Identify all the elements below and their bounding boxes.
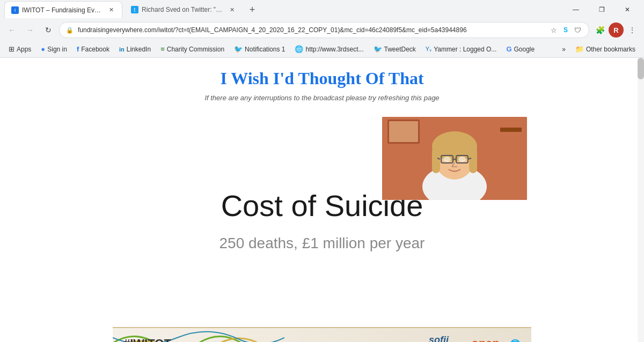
bookmark-google-label: Google xyxy=(514,46,535,53)
page-content: I Wish I'd Thought Of That If there are … xyxy=(0,58,644,342)
signin-icon: ● xyxy=(41,45,45,53)
tab-favicon-iwitot: I xyxy=(11,6,19,14)
bookmark-signin-label: Sign in xyxy=(47,46,67,53)
slide-sub-text: 250 deaths, £1 million per year xyxy=(219,235,425,252)
address-text: fundraisingeverywhere.com/iwitot/?ct=t(E… xyxy=(78,26,545,34)
presentation-container: Cost of Suicide 250 deaths, £1 million p… xyxy=(113,113,531,342)
menu-icon[interactable]: ⋮ xyxy=(625,23,640,38)
bookmark-yammer[interactable]: Yᵧ Yammer : Logged O... xyxy=(421,43,501,55)
forward-button[interactable]: → xyxy=(23,23,38,38)
bookmark-signin[interactable]: ● Sign in xyxy=(36,43,71,55)
tab-iwitot[interactable]: I IWITOT – Fundraising Everyw... ✕ xyxy=(4,1,122,18)
address-box[interactable]: 🔒 fundraisingeverywhere.com/iwitot/?ct=t… xyxy=(59,22,589,38)
bookmark-facebook[interactable]: f Facebook xyxy=(72,43,114,55)
slide-banner-wrapper: #IWITOT sofii showcase of fundraising in… xyxy=(113,327,531,342)
skype-icon[interactable]: S xyxy=(561,25,570,35)
bookmark-other[interactable]: 📁 Other bookmarks xyxy=(571,43,640,55)
minimize-button[interactable]: — xyxy=(564,1,588,18)
apps-icon: ⊞ xyxy=(9,45,14,53)
title-bar: I IWITOT – Fundraising Everyw... ✕ t Ric… xyxy=(0,0,644,19)
thirdsector-icon: 🌐 xyxy=(295,45,303,53)
bookmark-google[interactable]: G Google xyxy=(502,43,539,55)
slide-area: Cost of Suicide 250 deaths, £1 million p… xyxy=(113,113,531,327)
tab-close-twitter[interactable]: ✕ xyxy=(228,5,236,14)
svg-rect-7 xyxy=(432,146,440,173)
svg-rect-2 xyxy=(389,121,418,142)
new-tab-button[interactable]: + xyxy=(245,2,260,17)
bookmark-facebook-label: Facebook xyxy=(81,46,109,53)
bookmark-yammer-label: Yammer : Logged O... xyxy=(434,46,496,53)
maximize-button[interactable]: ❐ xyxy=(589,1,614,18)
close-button[interactable]: ✕ xyxy=(615,1,640,18)
yammer-icon: Yᵧ xyxy=(426,46,431,53)
sofii-logo-text: sofii xyxy=(429,334,449,343)
globe-icon: 🌐 xyxy=(510,339,521,343)
folder-icon: 📁 xyxy=(575,45,584,53)
page-title: I Wish I'd Thought Of That xyxy=(220,69,423,88)
bookmark-notifications[interactable]: 🐦 Notifications 1 xyxy=(230,43,289,55)
bookmark-linkedin-label: LinkedIn xyxy=(127,46,151,53)
scrollbar-thumb[interactable] xyxy=(638,58,644,79)
bookmark-tweetdeck[interactable]: 🐦 TweetDeck xyxy=(369,43,420,55)
google-icon: G xyxy=(506,45,511,53)
video-overlay xyxy=(382,117,527,200)
lock-icon: 🔒 xyxy=(66,27,74,34)
bookmark-tweetdeck-label: TweetDeck xyxy=(384,46,416,53)
bookmark-notifications-label: Notifications 1 xyxy=(245,46,285,53)
svg-point-14 xyxy=(443,157,451,162)
facebook-icon: f xyxy=(77,45,79,53)
extension-icon[interactable]: 🧩 xyxy=(592,23,608,38)
profile-icon[interactable]: R xyxy=(609,23,624,38)
page-subtitle: If there are any interruptions to the br… xyxy=(204,94,439,102)
tab-title-iwitot: IWITOT – Fundraising Everyw... xyxy=(22,6,104,14)
twitter-notifications-icon: 🐦 xyxy=(234,45,243,53)
bookmark-charity[interactable]: ≡ Charity Commission xyxy=(156,43,229,55)
star-icon[interactable]: ☆ xyxy=(549,25,559,35)
video-svg xyxy=(382,117,527,200)
page-inner: I Wish I'd Thought Of That If there are … xyxy=(0,58,644,342)
banner-hashtag: #IWITOT xyxy=(123,337,171,342)
bookmark-charity-label: Charity Commission xyxy=(167,46,224,53)
tab-favicon-twitter: t xyxy=(131,6,138,13)
charity-icon: ≡ xyxy=(160,45,165,53)
shield-icon[interactable]: 🛡 xyxy=(573,25,582,35)
bookmark-linkedin[interactable]: in LinkedIn xyxy=(115,43,155,55)
slide-banner: #IWITOT sofii showcase of fundraising in… xyxy=(113,327,531,342)
svg-rect-3 xyxy=(500,128,522,132)
bookmark-thirdsector[interactable]: 🌐 http://www.3rdsect... xyxy=(290,43,368,55)
svg-rect-8 xyxy=(469,146,477,173)
sofii-logo: sofii showcase of fundraising innovation… xyxy=(417,334,460,343)
bookmark-apps-label: Apps xyxy=(17,46,31,53)
tab-close-iwitot[interactable]: ✕ xyxy=(107,6,115,14)
address-icons: ☆ S 🛡 xyxy=(549,25,582,35)
tab-title-twitter: Richard Sved on Twitter: "Stands... xyxy=(142,6,224,13)
open-logo-text: open xyxy=(471,337,499,342)
back-button[interactable]: ← xyxy=(4,23,19,38)
video-person xyxy=(382,117,527,200)
tweetdeck-icon: 🐦 xyxy=(374,45,382,53)
bookmarks-bar: ⊞ Apps ● Sign in f Facebook in LinkedIn … xyxy=(0,41,644,58)
toolbar-icons: 🧩 R ⋮ xyxy=(592,23,640,38)
address-bar-row: ← → ↻ 🔒 fundraisingeverywhere.com/iwitot… xyxy=(0,19,644,41)
bookmarks-more-button[interactable]: » xyxy=(558,43,570,55)
refresh-button[interactable]: ↻ xyxy=(41,23,56,38)
scrollbar-track[interactable] xyxy=(638,58,644,342)
bookmark-other-label: Other bookmarks xyxy=(586,46,635,53)
bookmark-apps[interactable]: ⊞ Apps xyxy=(4,43,35,55)
bookmark-thirdsector-label: http://www.3rdsect... xyxy=(305,46,363,53)
tab-twitter[interactable]: t Richard Sved on Twitter: "Stands... ✕ xyxy=(125,1,243,18)
banner-logos: sofii showcase of fundraising innovation… xyxy=(417,334,521,343)
window-controls: — ❐ ✕ xyxy=(564,1,640,18)
linkedin-icon: in xyxy=(119,46,125,53)
svg-point-15 xyxy=(458,157,466,162)
